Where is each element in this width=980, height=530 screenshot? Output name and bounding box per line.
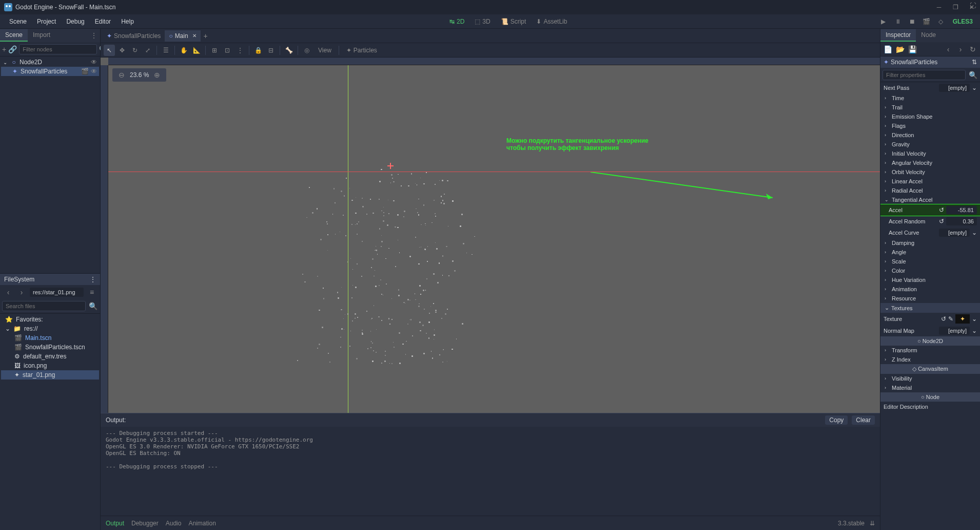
collapse-icon[interactable]: ⇊ bbox=[870, 520, 875, 527]
ruler-tool[interactable]: 📐 bbox=[191, 45, 202, 56]
clear-button[interactable]: Clear bbox=[852, 415, 875, 425]
add-tab-button[interactable]: + bbox=[201, 31, 211, 41]
workspace-3d[interactable]: ⬚ 3D bbox=[471, 16, 494, 27]
revert-icon[interactable]: ↺ bbox=[939, 218, 944, 225]
fs-file[interactable]: ✦ star_01.png bbox=[1, 370, 99, 380]
prop-group[interactable]: ›Trail bbox=[880, 103, 980, 112]
tab-inspector[interactable]: Inspector bbox=[880, 29, 916, 42]
prop-group[interactable]: ›Animation bbox=[880, 285, 980, 294]
lock-tool[interactable]: 🔒 bbox=[252, 45, 264, 56]
bottom-tab-animation[interactable]: Animation bbox=[188, 520, 215, 527]
prop-group[interactable]: ›Hue Variation bbox=[880, 275, 980, 285]
fs-file[interactable]: 🎬 Main.tscn bbox=[1, 333, 99, 343]
play-scene-button[interactable]: 🎬 bbox=[921, 16, 932, 27]
snap-tool[interactable]: ⊞ bbox=[209, 45, 220, 56]
instance-button[interactable]: 🔗 bbox=[8, 44, 17, 54]
next-pass-value[interactable]: [empty] bbox=[939, 84, 970, 92]
bottom-tab-output[interactable]: Output bbox=[106, 520, 124, 527]
play-custom-button[interactable]: ◇ bbox=[935, 16, 947, 27]
prop-group[interactable]: ›Resource bbox=[880, 294, 980, 303]
edit-icon[interactable]: ✎ bbox=[948, 315, 953, 323]
prop-group[interactable]: ›Time bbox=[880, 93, 980, 103]
fs-split-icon[interactable]: ≡ bbox=[87, 287, 97, 297]
zoom-out-button[interactable]: ⊖ bbox=[116, 70, 127, 80]
menu-debug[interactable]: Debug bbox=[61, 16, 89, 27]
tab-node[interactable]: Node bbox=[916, 29, 941, 42]
textures-section[interactable]: ⌄Textures bbox=[880, 303, 980, 313]
scene-tab[interactable]: ✦ SnowfallParticles bbox=[103, 30, 165, 42]
workspace-2d[interactable]: ↹ 2D bbox=[445, 16, 468, 27]
select-tool[interactable]: ↖ bbox=[104, 45, 115, 56]
new-resource-icon[interactable]: 📄 bbox=[883, 44, 893, 54]
accel-curve-value[interactable]: [empty] bbox=[939, 229, 970, 237]
accel-random-value[interactable]: 0.36 bbox=[946, 217, 977, 225]
minimize-button[interactable]: ─ bbox=[935, 3, 943, 11]
rotate-tool[interactable]: ↻ bbox=[129, 45, 141, 56]
open-resource-icon[interactable]: 📂 bbox=[895, 44, 905, 54]
prop-group[interactable]: ›Gravity bbox=[880, 140, 980, 149]
pan-tool[interactable]: ✋ bbox=[178, 45, 189, 56]
prop-group[interactable]: ›Visibility bbox=[880, 374, 980, 383]
particles-menu[interactable]: ✦ Particles bbox=[342, 45, 381, 56]
prop-group[interactable]: ›Transform bbox=[880, 346, 980, 355]
bone-tool[interactable]: 🦴 bbox=[283, 45, 295, 56]
prop-group[interactable]: ›Angular Velocity bbox=[880, 158, 980, 167]
history-forward-icon[interactable]: › bbox=[955, 44, 966, 54]
save-resource-icon[interactable]: 💾 bbox=[907, 44, 917, 54]
prop-group[interactable]: ›Direction bbox=[880, 130, 980, 140]
dropdown-icon[interactable]: ⌄ bbox=[972, 327, 977, 334]
tree-node-root[interactable]: ⌄ ○ Node2D 👁 bbox=[1, 58, 99, 67]
snap-config-tool[interactable]: ⊡ bbox=[222, 45, 233, 56]
dropdown-icon[interactable]: ⌄ bbox=[972, 315, 977, 323]
view-menu[interactable]: View bbox=[314, 45, 336, 56]
fs-back-button[interactable]: ‹ bbox=[3, 287, 13, 297]
expand-all-icon[interactable]: ⇅ bbox=[972, 59, 977, 66]
menu-editor[interactable]: Editor bbox=[90, 16, 116, 27]
fs-file[interactable]: 🎬 SnowfallParticles.tscn bbox=[1, 343, 99, 352]
texture-preview[interactable]: ✦ bbox=[955, 314, 970, 324]
filesystem-menu-icon[interactable]: ⋮ bbox=[90, 276, 96, 283]
bottom-tab-audio[interactable]: Audio bbox=[166, 520, 182, 527]
menu-scene[interactable]: Scene bbox=[4, 16, 32, 27]
tab-import[interactable]: Import bbox=[28, 29, 55, 42]
revert-icon[interactable]: ↺ bbox=[941, 315, 946, 323]
move-tool[interactable]: ✥ bbox=[116, 45, 128, 56]
prop-group[interactable]: ›Scale bbox=[880, 257, 980, 266]
inspector-node-name[interactable]: SnowfallParticles bbox=[891, 59, 970, 66]
prop-group[interactable]: ›Linear Accel bbox=[880, 177, 980, 186]
filter-properties-input[interactable] bbox=[883, 70, 966, 80]
prop-group[interactable]: ›Radial Accel bbox=[880, 186, 980, 195]
prop-group[interactable]: ›Material bbox=[880, 383, 980, 392]
fs-file[interactable]: ⚙ default_env.tres bbox=[1, 352, 99, 361]
prop-group[interactable]: ›Angle bbox=[880, 248, 980, 257]
prop-group[interactable]: ›Emission Shape bbox=[880, 112, 980, 121]
prop-group-tangential[interactable]: ⌄Tangential Accel bbox=[880, 195, 980, 204]
history-back-icon[interactable]: ‹ bbox=[943, 44, 953, 54]
renderer-badge[interactable]: GLES3 bbox=[950, 17, 976, 26]
fs-file[interactable]: 🖼 icon.png bbox=[1, 361, 99, 370]
group-tool[interactable]: ⊟ bbox=[265, 45, 277, 56]
prop-group[interactable]: ›Color bbox=[880, 266, 980, 275]
menu-help[interactable]: Help bbox=[116, 16, 139, 27]
fs-forward-button[interactable]: › bbox=[16, 287, 27, 297]
fs-favorites[interactable]: ⭐ Favorites: bbox=[1, 315, 99, 324]
scene-menu-icon[interactable]: ⋮ bbox=[88, 32, 100, 39]
scene-link-icon[interactable]: 🎬 bbox=[81, 68, 89, 75]
snap-menu[interactable]: ⋮ bbox=[234, 45, 246, 56]
menu-project[interactable]: Project bbox=[32, 16, 61, 27]
play-button[interactable]: ▶ bbox=[878, 16, 889, 27]
zoom-in-button[interactable]: ⊕ bbox=[152, 70, 162, 80]
workspace-script[interactable]: 📜 Script bbox=[497, 16, 531, 27]
output-text[interactable]: --- Debugging process started --- Godot … bbox=[101, 427, 880, 516]
maximize-button[interactable]: ❐ bbox=[951, 3, 959, 11]
prop-group[interactable]: ›Damping bbox=[880, 238, 980, 248]
scale-tool[interactable]: ⤢ bbox=[142, 45, 153, 56]
close-tab-icon[interactable]: ✕ bbox=[192, 33, 197, 39]
dropdown-icon[interactable]: ⌄ bbox=[972, 229, 977, 236]
prop-group[interactable]: ›Initial Velocity bbox=[880, 149, 980, 158]
visibility-icon[interactable]: 👁 bbox=[91, 59, 97, 66]
pause-button[interactable]: ⏸ bbox=[892, 16, 904, 27]
workspace-assetlib[interactable]: ⬇ AssetLib bbox=[532, 16, 571, 27]
tree-node-child[interactable]: ✦ SnowfallParticles 🎬 👁 bbox=[1, 67, 99, 76]
fs-search-icon[interactable]: 🔍 bbox=[88, 301, 98, 311]
